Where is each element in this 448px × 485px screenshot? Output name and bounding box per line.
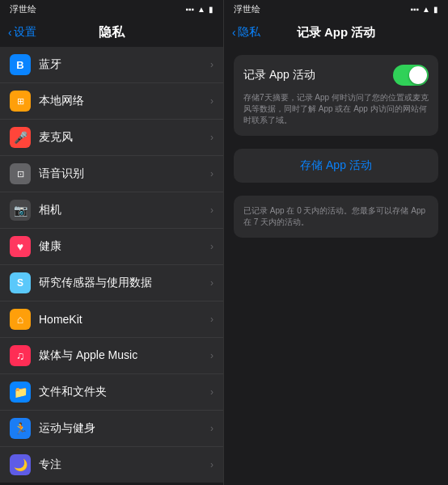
list-item[interactable]: ♫ 媒体与 Apple Music ›	[0, 338, 223, 374]
focus-label: 专注	[39, 458, 210, 472]
status-icons-left: ▪▪▪ ▲ ▮	[185, 5, 213, 14]
list-item[interactable]: S 研究传感器与使用数据 ›	[0, 265, 223, 302]
local-network-label: 本地网络	[39, 94, 210, 108]
toggle-switch[interactable]	[393, 65, 429, 86]
list-item[interactable]: ⊞ 本地网络 ›	[0, 83, 223, 120]
list-item[interactable]: B 蓝牙 ›	[0, 47, 223, 83]
chevron-icon: ›	[210, 459, 213, 470]
camera-label: 相机	[39, 203, 210, 217]
homekit-icon: ⌂	[10, 309, 31, 330]
chevron-icon: ›	[210, 132, 213, 143]
back-button-left[interactable]: ‹ 设置	[8, 25, 36, 40]
speech-icon: ⊡	[10, 163, 31, 184]
local-network-icon: ⊞	[10, 91, 31, 112]
nav-bar-left: ‹ 设置 隐私	[0, 18, 223, 47]
nav-title-left: 隐私	[99, 24, 125, 41]
fitness-label: 运动与健身	[39, 421, 210, 436]
carrier-left: 浮世绘	[10, 3, 36, 15]
toggle-row: 记录 App 活动	[243, 65, 429, 86]
chevron-icon: ›	[210, 350, 213, 361]
info-card: 已记录 App 在 0 天内的活动。您最多可以存储 App 在 7 天内的活动。	[234, 196, 438, 238]
signal-icon: ▪▪▪	[185, 5, 194, 14]
files-label: 文件和文件夹	[39, 385, 210, 399]
health-icon: ♥	[10, 236, 31, 257]
speech-label: 语音识别	[39, 167, 210, 181]
media-label: 媒体与 Apple Music	[39, 348, 210, 363]
list-item[interactable]: 🎤 麦克风 ›	[0, 120, 223, 156]
wifi-icon: ▲	[197, 5, 205, 14]
microphone-label: 麦克风	[39, 130, 210, 145]
privacy-section-1: B 蓝牙 › ⊞ 本地网络 › 🎤 麦克风 › ⊡ 语音识别 › 📷 相机	[0, 47, 223, 483]
fitness-icon: 🏃	[10, 418, 31, 439]
status-icons-right: ▪▪▪ ▲ ▮	[410, 5, 438, 14]
nav-title-right: 记录 App 活动	[297, 25, 376, 40]
settings-list: B 蓝牙 › ⊞ 本地网络 › 🎤 麦克风 › ⊡ 语音识别 › 📷 相机	[0, 47, 223, 485]
back-label-left: 设置	[14, 25, 36, 40]
toggle-card: 记录 App 活动 存储7天摘要，记录 App 何时访问了您的位置或麦克风等数据…	[234, 55, 438, 136]
list-item[interactable]: 📷 相机 ›	[0, 192, 223, 229]
battery-icon: ▮	[209, 5, 213, 14]
chevron-icon: ›	[210, 241, 213, 252]
back-label-right: 隐私	[238, 25, 260, 40]
list-item[interactable]: 🏃 运动与健身 ›	[0, 411, 223, 447]
save-activity-button[interactable]: 存储 App 活动	[234, 149, 438, 183]
microphone-icon: 🎤	[10, 127, 31, 148]
chevron-icon: ›	[210, 168, 213, 179]
chevron-icon: ›	[210, 423, 213, 434]
chevron-icon: ›	[210, 205, 213, 216]
back-button-right[interactable]: ‹ 隐私	[232, 25, 260, 40]
research-label: 研究传感器与使用数据	[39, 276, 210, 290]
chevron-left-icon: ‹	[8, 26, 12, 39]
carrier-right: 浮世绘	[234, 3, 260, 15]
media-icon: ♫	[10, 345, 31, 366]
chevron-icon: ›	[210, 386, 213, 398]
homekit-label: HomeKit	[39, 313, 210, 326]
list-item[interactable]: ⌂ HomeKit ›	[0, 302, 223, 338]
nav-bar-right: ‹ 隐私 记录 App 活动	[224, 18, 448, 47]
list-item[interactable]: ⊡ 语音识别 ›	[0, 156, 223, 192]
chevron-icon: ›	[210, 277, 213, 289]
health-label: 健康	[39, 239, 210, 254]
list-item[interactable]: 🌙 专注 ›	[0, 447, 223, 483]
wifi-icon-right: ▲	[422, 5, 430, 14]
bluetooth-label: 蓝牙	[39, 57, 210, 72]
chevron-icon: ›	[210, 95, 213, 107]
info-text: 已记录 App 在 0 天内的活动。您最多可以存储 App 在 7 天内的活动。	[243, 205, 429, 228]
focus-icon: 🌙	[10, 454, 31, 475]
toggle-knob	[409, 66, 427, 84]
files-icon: 📁	[10, 382, 31, 403]
bluetooth-icon: B	[10, 54, 31, 75]
camera-icon: 📷	[10, 200, 31, 221]
chevron-icon: ›	[210, 314, 213, 325]
status-bar-right: 浮世绘 ▪▪▪ ▲ ▮	[224, 0, 448, 18]
toggle-description: 存储7天摘要，记录 App 何时访问了您的位置或麦克风等数据，同时了解 App …	[243, 92, 429, 126]
chevron-left-icon-right: ‹	[232, 26, 236, 39]
right-content: 记录 App 活动 存储7天摘要，记录 App 何时访问了您的位置或麦克风等数据…	[224, 47, 448, 485]
chevron-icon: ›	[210, 59, 213, 70]
battery-icon-right: ▮	[433, 5, 438, 14]
signal-icon-right: ▪▪▪	[410, 5, 419, 14]
status-bar-left: 浮世绘 ▪▪▪ ▲ ▮	[0, 0, 223, 18]
toggle-label: 记录 App 活动	[243, 68, 315, 82]
list-item[interactable]: ♥ 健康 ›	[0, 229, 223, 265]
research-icon: S	[10, 272, 31, 293]
right-panel: 浮世绘 ▪▪▪ ▲ ▮ ‹ 隐私 记录 App 活动 记录 App 活动 存储7…	[224, 0, 448, 485]
left-panel: 浮世绘 ▪▪▪ ▲ ▮ ‹ 设置 隐私 B 蓝牙 › ⊞ 本地网络 ›	[0, 0, 224, 485]
list-item[interactable]: 📁 文件和文件夹 ›	[0, 374, 223, 411]
